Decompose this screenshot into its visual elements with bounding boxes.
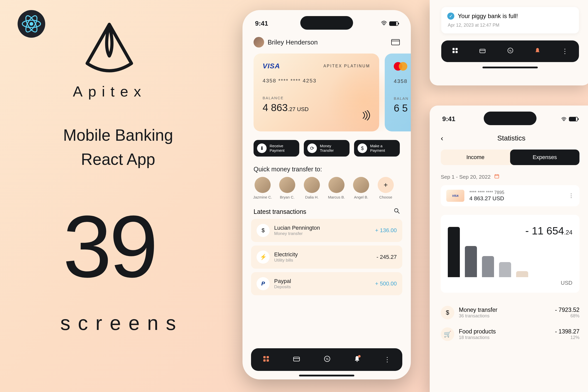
add-contact-button[interactable]: +Choose: [377, 177, 395, 199]
tx-name: Paypal: [274, 278, 291, 284]
category-item[interactable]: 🛒 Food products18 transactions - 1398.27…: [441, 323, 579, 345]
calendar-icon[interactable]: [494, 174, 499, 180]
user-name: Briley Henderson: [268, 38, 318, 46]
date-range[interactable]: Sep 1 - Sep 20, 2022: [441, 174, 491, 180]
category-list: $ Money transfer36 transactions - 7923.5…: [430, 293, 588, 345]
contact-name: Angel B.: [354, 195, 368, 199]
plus-icon: +: [378, 177, 394, 193]
home-indicator: [299, 375, 354, 376]
cat-sub: 36 transactions: [459, 313, 497, 319]
tx-sub: Deposits: [274, 284, 291, 289]
transactions-title: Latest transactions: [254, 208, 306, 215]
cat-pct: 12%: [555, 335, 579, 340]
card-selector[interactable]: VISA **** **** **** 7895 4 863.27 USD ⋮: [441, 185, 579, 206]
chart-bar[interactable]: [482, 256, 494, 277]
phone-mockup: 9:41 Briley Henderson VISA APITEX PLATIN…: [242, 10, 411, 379]
tx-name: Electricity: [274, 251, 298, 258]
contact-item[interactable]: Jazmine C.: [254, 177, 272, 199]
promo-panel: Apitex Mobile Banking React App 39 scree…: [18, 10, 219, 382]
dynamic-island: [300, 16, 353, 30]
apitex-logo-icon: [83, 20, 136, 73]
electricity-icon: ⚡: [257, 251, 270, 264]
make-payment-button[interactable]: $ Make aPayment: [354, 140, 400, 157]
contact-avatar: [279, 177, 295, 193]
balance-label-2: BALAN: [394, 96, 411, 101]
credit-card-secondary[interactable]: 4358 BALAN 6 5: [385, 54, 411, 131]
svg-rect-9: [263, 359, 266, 362]
money-transfer-button[interactable]: ⟳ MoneyTransfer: [304, 140, 350, 157]
svg-rect-25: [495, 175, 499, 178]
battery-icon: [389, 21, 398, 26]
svg-point-24: [563, 120, 564, 121]
transfer-icon: $: [257, 224, 270, 237]
segment-control[interactable]: Income Expenses: [441, 150, 579, 165]
mini-card-balance: 4 863.27 USD: [469, 195, 504, 202]
svg-rect-10: [267, 359, 269, 362]
tab-home-icon[interactable]: [452, 47, 458, 55]
tab-home-icon[interactable]: [263, 356, 269, 364]
transfer-icon: $: [441, 306, 454, 319]
download-icon: ⬇: [257, 143, 267, 153]
tab-more-icon[interactable]: ⋮: [562, 47, 568, 55]
chart-bar[interactable]: [465, 246, 477, 277]
svg-text:%: %: [509, 49, 512, 52]
svg-text:%: %: [326, 357, 329, 361]
category-item[interactable]: $ Money transfer36 transactions - 7923.5…: [441, 302, 579, 323]
svg-point-15: [357, 361, 358, 362]
tab-cards-icon[interactable]: [479, 47, 486, 55]
tab-notifications-icon[interactable]: [354, 356, 360, 364]
receive-payment-button[interactable]: ⬇ ReceivePayment: [254, 140, 299, 157]
cat-amount: - 7923.52: [555, 307, 579, 313]
check-icon: ✓: [447, 13, 454, 20]
chart-bar[interactable]: [499, 262, 511, 277]
svg-rect-16: [452, 48, 454, 50]
back-icon[interactable]: ‹: [441, 134, 443, 142]
cat-name: Food products: [459, 328, 496, 335]
expenses-chart: - 11 654.24 USD: [441, 215, 579, 293]
more-icon[interactable]: ⋮: [568, 192, 574, 199]
segment-expenses[interactable]: Expenses: [510, 150, 579, 165]
contact-item[interactable]: Bryan C.: [278, 177, 296, 199]
contact-avatar: [255, 177, 271, 193]
balance-value-2: 6 5: [394, 103, 411, 114]
tab-cards-icon[interactable]: [293, 356, 300, 364]
tx-sub: Money transfer: [274, 231, 320, 236]
tab-loans-icon[interactable]: %: [324, 356, 330, 364]
chart-bar[interactable]: [448, 227, 460, 277]
status-time: 9:41: [442, 115, 455, 123]
transaction-item[interactable]: $ Lucian PenningtonMoney transfer + 136.…: [251, 219, 402, 242]
chart-bar[interactable]: [516, 271, 528, 277]
tx-amount: + 500.00: [375, 280, 397, 287]
card-carousel[interactable]: VISA APITEX PLATINUM 4358 **** **** 4253…: [242, 54, 411, 131]
tab-more-icon[interactable]: ⋮: [384, 356, 390, 364]
tab-loans-icon[interactable]: %: [507, 47, 513, 55]
statistics-screen: 9:41 ‹ Statistics Income Expenses Sep 1 …: [430, 106, 588, 392]
contact-name: Bryan C.: [280, 195, 295, 199]
svg-rect-18: [452, 51, 454, 53]
cat-name: Money transfer: [459, 307, 497, 313]
contact-item[interactable]: Angel B.: [352, 177, 370, 199]
transaction-item[interactable]: P PaypalDeposits + 500.00: [251, 272, 402, 295]
search-icon[interactable]: [394, 208, 400, 215]
user-row[interactable]: Briley Henderson: [242, 32, 411, 54]
credit-card-primary[interactable]: VISA APITEX PLATINUM 4358 **** **** 4253…: [254, 54, 379, 131]
segment-income[interactable]: Income: [441, 150, 510, 165]
tab-notifications-icon[interactable]: [535, 47, 540, 55]
notifications-screen: ✓ Your piggy bank is full! Apr 12, 2023 …: [430, 0, 588, 85]
card-number-2: 4358: [394, 78, 411, 84]
bottom-tabbar-2: % ⋮: [441, 40, 579, 62]
home-indicator: [482, 67, 538, 68]
chart-currency: USD: [561, 280, 572, 286]
svg-rect-19: [455, 51, 457, 53]
svg-point-4: [383, 24, 384, 25]
subtitle-line2: React App: [81, 150, 155, 168]
mastercard-logo-icon: [394, 62, 407, 71]
transaction-item[interactable]: ⚡ ElectricityUtility bills - 245.27: [251, 246, 402, 269]
cards-icon[interactable]: [391, 39, 400, 45]
contact-item[interactable]: Dalia H.: [303, 177, 321, 199]
toast-notification[interactable]: ✓ Your piggy bank is full! Apr 12, 2023 …: [441, 7, 579, 33]
user-avatar[interactable]: [254, 37, 264, 47]
toast-timestamp: Apr 12, 2023 at 12:47 PM: [448, 23, 573, 28]
contact-item[interactable]: Marcus B.: [327, 177, 346, 199]
subtitle-line1: Mobile Banking: [63, 126, 173, 144]
